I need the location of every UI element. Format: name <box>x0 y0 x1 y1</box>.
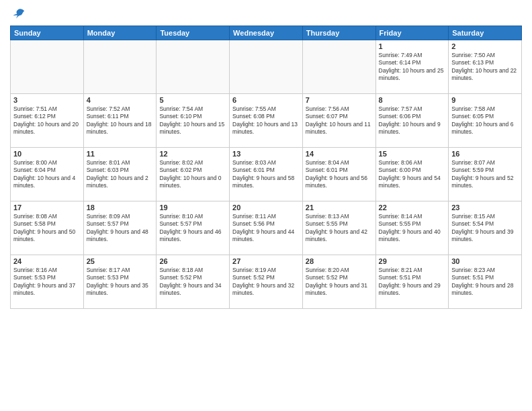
calendar-cell: 19Sunrise: 8:10 AMSunset: 5:57 PMDayligh… <box>157 201 230 255</box>
day-number: 10 <box>13 150 81 158</box>
logo <box>10 7 25 20</box>
day-info: Sunrise: 8:06 AMSunset: 6:00 PMDaylight:… <box>379 159 446 190</box>
calendar-cell: 20Sunrise: 8:11 AMSunset: 5:56 PMDayligh… <box>230 201 303 255</box>
calendar-cell: 23Sunrise: 8:15 AMSunset: 5:54 PMDayligh… <box>449 201 522 255</box>
day-number: 2 <box>451 42 519 50</box>
calendar-header-tuesday: Tuesday <box>157 26 230 40</box>
day-info: Sunrise: 8:08 AMSunset: 5:58 PMDaylight:… <box>13 213 81 244</box>
calendar-cell <box>11 40 84 94</box>
calendar-cell: 16Sunrise: 8:07 AMSunset: 5:59 PMDayligh… <box>449 148 522 201</box>
day-info: Sunrise: 8:01 AMSunset: 6:03 PMDaylight:… <box>87 159 154 190</box>
day-info: Sunrise: 8:21 AMSunset: 5:51 PMDaylight:… <box>379 267 446 298</box>
calendar-week-2: 10Sunrise: 8:00 AMSunset: 6:04 PMDayligh… <box>11 148 522 201</box>
day-number: 16 <box>451 150 519 158</box>
page: SundayMondayTuesdayWednesdayThursdayFrid… <box>0 0 532 411</box>
day-info: Sunrise: 8:09 AMSunset: 5:57 PMDaylight:… <box>87 213 154 244</box>
day-info: Sunrise: 8:13 AMSunset: 5:55 PMDaylight:… <box>306 213 373 244</box>
day-number: 19 <box>159 203 226 212</box>
day-info: Sunrise: 7:50 AMSunset: 6:13 PMDaylight:… <box>451 52 519 83</box>
calendar-header-row: SundayMondayTuesdayWednesdayThursdayFrid… <box>11 26 522 40</box>
day-info: Sunrise: 7:58 AMSunset: 6:05 PMDaylight:… <box>451 105 519 136</box>
calendar-cell <box>83 40 157 94</box>
day-number: 21 <box>306 203 373 212</box>
day-info: Sunrise: 8:20 AMSunset: 5:52 PMDaylight:… <box>306 267 373 298</box>
logo-text <box>10 7 25 20</box>
day-number: 1 <box>379 42 446 50</box>
calendar-cell: 30Sunrise: 8:23 AMSunset: 5:51 PMDayligh… <box>449 255 522 309</box>
calendar-week-3: 17Sunrise: 8:08 AMSunset: 5:58 PMDayligh… <box>11 201 522 255</box>
calendar-cell: 13Sunrise: 8:03 AMSunset: 6:01 PMDayligh… <box>230 148 303 201</box>
calendar-cell: 3Sunrise: 7:51 AMSunset: 6:12 PMDaylight… <box>11 94 84 148</box>
calendar-header-friday: Friday <box>375 26 449 40</box>
day-info: Sunrise: 8:11 AMSunset: 5:56 PMDaylight:… <box>232 213 300 244</box>
calendar-header-saturday: Saturday <box>449 26 522 40</box>
calendar-header-sunday: Sunday <box>11 26 84 40</box>
day-number: 4 <box>87 96 154 104</box>
calendar-cell: 27Sunrise: 8:19 AMSunset: 5:52 PMDayligh… <box>230 255 303 309</box>
day-info: Sunrise: 8:23 AMSunset: 5:51 PMDaylight:… <box>451 267 519 298</box>
day-info: Sunrise: 8:14 AMSunset: 5:55 PMDaylight:… <box>379 213 446 244</box>
calendar-cell: 1Sunrise: 7:49 AMSunset: 6:14 PMDaylight… <box>375 40 449 94</box>
calendar-cell: 9Sunrise: 7:58 AMSunset: 6:05 PMDaylight… <box>449 94 522 148</box>
day-number: 27 <box>232 257 300 265</box>
day-info: Sunrise: 7:54 AMSunset: 6:10 PMDaylight:… <box>159 105 226 136</box>
calendar-week-1: 3Sunrise: 7:51 AMSunset: 6:12 PMDaylight… <box>11 94 522 148</box>
calendar-cell <box>230 40 303 94</box>
day-info: Sunrise: 7:56 AMSunset: 6:07 PMDaylight:… <box>306 105 373 136</box>
day-info: Sunrise: 7:57 AMSunset: 6:06 PMDaylight:… <box>379 105 446 136</box>
day-info: Sunrise: 8:18 AMSunset: 5:52 PMDaylight:… <box>159 267 226 298</box>
calendar-week-4: 24Sunrise: 8:16 AMSunset: 5:53 PMDayligh… <box>11 255 522 309</box>
calendar-cell: 5Sunrise: 7:54 AMSunset: 6:10 PMDaylight… <box>157 94 230 148</box>
day-info: Sunrise: 8:10 AMSunset: 5:57 PMDaylight:… <box>159 213 226 244</box>
calendar-cell: 25Sunrise: 8:17 AMSunset: 5:53 PMDayligh… <box>83 255 157 309</box>
calendar-header-monday: Monday <box>83 26 157 40</box>
calendar-cell <box>157 40 230 94</box>
logo-bird-icon <box>11 7 25 20</box>
calendar-cell: 17Sunrise: 8:08 AMSunset: 5:58 PMDayligh… <box>11 201 84 255</box>
day-number: 17 <box>13 203 81 212</box>
day-number: 18 <box>87 203 154 212</box>
calendar-cell: 7Sunrise: 7:56 AMSunset: 6:07 PMDaylight… <box>302 94 375 148</box>
day-info: Sunrise: 8:16 AMSunset: 5:53 PMDaylight:… <box>13 267 81 298</box>
day-number: 24 <box>13 257 81 265</box>
calendar-week-0: 1Sunrise: 7:49 AMSunset: 6:14 PMDaylight… <box>11 40 522 94</box>
calendar-cell: 24Sunrise: 8:16 AMSunset: 5:53 PMDayligh… <box>11 255 84 309</box>
calendar: SundayMondayTuesdayWednesdayThursdayFrid… <box>10 26 522 309</box>
day-number: 28 <box>306 257 373 265</box>
calendar-header-thursday: Thursday <box>302 26 375 40</box>
calendar-cell: 21Sunrise: 8:13 AMSunset: 5:55 PMDayligh… <box>302 201 375 255</box>
calendar-cell: 26Sunrise: 8:18 AMSunset: 5:52 PMDayligh… <box>157 255 230 309</box>
day-info: Sunrise: 8:00 AMSunset: 6:04 PMDaylight:… <box>13 159 81 190</box>
calendar-cell: 15Sunrise: 8:06 AMSunset: 6:00 PMDayligh… <box>375 148 449 201</box>
day-number: 25 <box>87 257 154 265</box>
calendar-cell: 12Sunrise: 8:02 AMSunset: 6:02 PMDayligh… <box>157 148 230 201</box>
calendar-cell: 4Sunrise: 7:52 AMSunset: 6:11 PMDaylight… <box>83 94 157 148</box>
day-number: 9 <box>451 96 519 104</box>
day-number: 8 <box>379 96 446 104</box>
day-number: 22 <box>379 203 446 212</box>
calendar-cell: 11Sunrise: 8:01 AMSunset: 6:03 PMDayligh… <box>83 148 157 201</box>
day-info: Sunrise: 7:51 AMSunset: 6:12 PMDaylight:… <box>13 105 81 136</box>
day-number: 20 <box>232 203 300 212</box>
day-number: 26 <box>159 257 226 265</box>
day-number: 5 <box>159 96 226 104</box>
day-info: Sunrise: 8:07 AMSunset: 5:59 PMDaylight:… <box>451 159 519 190</box>
day-number: 13 <box>232 150 300 158</box>
day-number: 23 <box>451 203 519 212</box>
calendar-cell: 29Sunrise: 8:21 AMSunset: 5:51 PMDayligh… <box>375 255 449 309</box>
calendar-cell: 10Sunrise: 8:00 AMSunset: 6:04 PMDayligh… <box>11 148 84 201</box>
day-info: Sunrise: 8:17 AMSunset: 5:53 PMDaylight:… <box>87 267 154 298</box>
day-info: Sunrise: 7:52 AMSunset: 6:11 PMDaylight:… <box>87 105 154 136</box>
day-number: 29 <box>379 257 446 265</box>
calendar-cell <box>302 40 375 94</box>
day-info: Sunrise: 8:04 AMSunset: 6:01 PMDaylight:… <box>306 159 373 190</box>
day-info: Sunrise: 8:02 AMSunset: 6:02 PMDaylight:… <box>159 159 226 190</box>
calendar-cell: 28Sunrise: 8:20 AMSunset: 5:52 PMDayligh… <box>302 255 375 309</box>
day-number: 7 <box>306 96 373 104</box>
calendar-cell: 22Sunrise: 8:14 AMSunset: 5:55 PMDayligh… <box>375 201 449 255</box>
day-info: Sunrise: 8:03 AMSunset: 6:01 PMDaylight:… <box>232 159 300 190</box>
header <box>10 7 522 20</box>
day-number: 30 <box>451 257 519 265</box>
calendar-cell: 6Sunrise: 7:55 AMSunset: 6:08 PMDaylight… <box>230 94 303 148</box>
day-number: 11 <box>87 150 154 158</box>
